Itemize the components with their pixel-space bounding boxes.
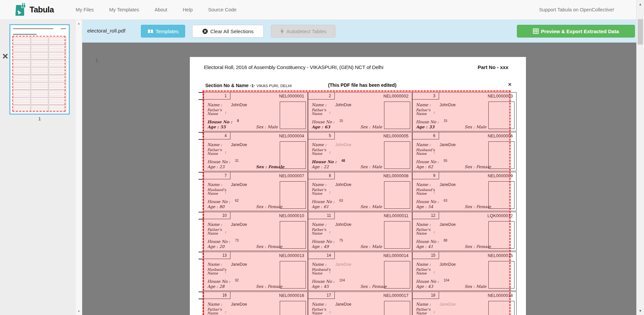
templates-book-icon [148,29,153,34]
brand-home-link[interactable]: Tabula [14,3,54,16]
thumbnail-title-line [13,28,53,29]
thumbnail-page-number: 1 [9,116,70,121]
open-file-name: electoral_roll.pdf [87,28,125,34]
autodetect-button-label: Autodetect Tables [286,28,326,34]
scroll-up-icon[interactable]: ▲ [76,22,82,25]
pdf-header-title: Electoral Roll, 2016 of Assembly Constit… [204,64,383,70]
thumbnail-selection-rect [12,36,65,112]
support-link[interactable]: Support Tabula on OpenCollective! [539,7,614,12]
sidebar-scrollbar[interactable]: ▲ ▼ [76,20,82,315]
document-canvas[interactable]: 1. Electoral Roll, 2016 of Assembly Cons… [82,43,636,315]
tabula-logo-icon [14,3,26,16]
templates-button-label: Templates [156,28,178,34]
toolbar: electoral_roll.pdf Templates Clear All S… [82,20,636,43]
thumbnail-section-line [13,34,37,35]
scroll-down-icon[interactable]: ▼ [76,310,82,313]
remove-file-icon[interactable]: ✕ [2,53,8,60]
thumbnail-partno-line [61,28,66,29]
nav-item-about[interactable]: About [147,7,175,12]
pdf-part-number: Part No - xxx [478,64,508,70]
page-number-marker: 1. [95,57,100,63]
scroll-down-icon[interactable]: ▼ [637,309,644,313]
navbar: Tabula My Files My Templates About Help … [0,0,636,20]
clear-button-label: Clear All Selections [210,28,254,34]
nav-item-my-templates[interactable]: My Templates [102,7,147,12]
section-value: VIKAS PURI, DELHI [257,84,292,88]
table-grid-icon [533,28,539,34]
table-selection-overlay[interactable] [203,90,511,315]
section-number: -1- [250,83,255,88]
lightning-bolt-icon [280,28,284,34]
pdf-page[interactable]: Electoral Roll, 2016 of Assembly Constit… [190,57,526,315]
scroll-up-icon[interactable]: ▲ [637,2,644,6]
nav-item-source-code[interactable]: Source Code [200,7,244,12]
page-thumbnails-sidebar: ✕ 1 ▲ ▼ [0,20,82,315]
templates-button[interactable]: Templates [141,25,185,38]
selection-close-icon[interactable]: ✕ [508,82,512,87]
pdf-edited-note: (This PDF file has been edited) [328,82,396,88]
export-button-label: Preview & Export Extracted Data [541,28,619,34]
pdf-section-line: Section No & Name -1- VIKAS PURI, DELHI [205,82,292,88]
clear-all-selections-button[interactable]: Clear All Selections [192,25,264,38]
page-thumbnail[interactable] [9,24,70,115]
nav-menu: My Files My Templates About Help Source … [68,7,245,12]
autodetect-tables-button: Autodetect Tables [271,25,335,38]
section-label: Section No & Name [205,83,249,88]
nav-item-help[interactable]: Help [175,7,201,12]
preview-export-button[interactable]: Preview & Export Extracted Data [517,25,635,38]
brand-title: Tabula [30,5,54,14]
window-scrollbar[interactable]: ▲ ▼ [636,0,644,315]
clear-circle-x-icon [202,28,208,34]
scrollbar-thumb[interactable] [638,19,643,45]
nav-item-my-files[interactable]: My Files [68,7,102,12]
